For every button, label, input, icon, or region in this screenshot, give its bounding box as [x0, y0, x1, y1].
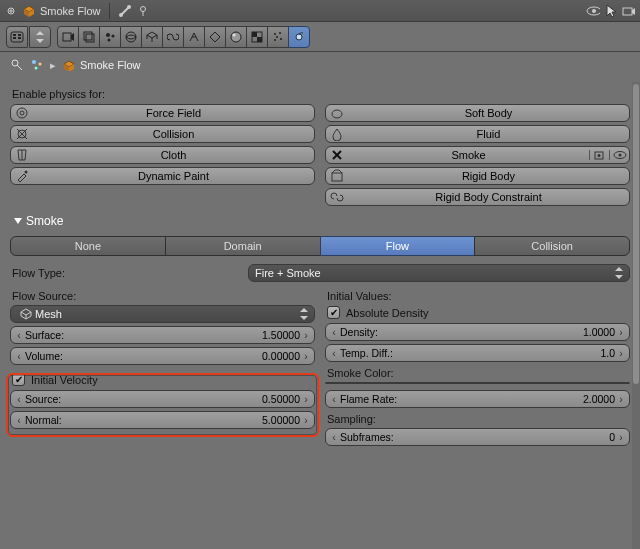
svg-point-38: [276, 36, 278, 38]
tab-flow[interactable]: Flow: [320, 236, 476, 256]
flame-rate-field[interactable]: ‹Flame Rate:2.0000›: [325, 390, 630, 408]
smoke-render-toggle-icon[interactable]: [589, 150, 609, 160]
temp-diff-field[interactable]: ‹Temp. Diff.:1.0›: [325, 344, 630, 362]
cloth-button[interactable]: Cloth: [10, 146, 315, 164]
window-title: Smoke Flow: [40, 5, 101, 17]
svg-point-46: [35, 67, 38, 70]
svg-point-54: [25, 171, 28, 174]
context-layers-icon[interactable]: [78, 26, 100, 48]
svg-point-21: [106, 33, 110, 37]
context-texture-icon[interactable]: [246, 26, 268, 48]
flow-type-dropdown[interactable]: Fire + Smoke: [248, 264, 630, 282]
cursor-icon[interactable]: [604, 4, 618, 18]
dynamic-paint-button[interactable]: Dynamic Paint: [10, 167, 315, 185]
smoke-panel-title: Smoke: [26, 214, 63, 228]
context-render-icon[interactable]: [57, 26, 79, 48]
dropdown-caret-icon: [300, 308, 308, 320]
initial-velocity-checkbox[interactable]: Initial Velocity: [10, 372, 315, 387]
force-field-button[interactable]: Force Field: [10, 104, 315, 122]
svg-marker-66: [21, 309, 31, 315]
separator: [109, 3, 110, 19]
svg-rect-13: [11, 32, 23, 42]
fluid-icon: [326, 127, 348, 141]
smoke-button[interactable]: Smoke: [325, 146, 630, 164]
context-data-icon[interactable]: [204, 26, 226, 48]
svg-rect-14: [13, 34, 16, 36]
eye-icon[interactable]: [586, 4, 600, 18]
smoke-type-tabs: None Domain Flow Collision: [10, 236, 630, 256]
svg-point-41: [296, 34, 302, 40]
tab-none[interactable]: None: [10, 236, 166, 256]
absolute-density-checkbox[interactable]: Absolute Density: [325, 305, 630, 320]
smoke-panel-header[interactable]: Smoke: [10, 206, 630, 232]
pin-small-icon[interactable]: [136, 4, 150, 18]
properties-toolbar: [0, 22, 640, 52]
density-field[interactable]: ‹Density:1.0000›: [325, 323, 630, 341]
context-material-icon[interactable]: [225, 26, 247, 48]
fluid-button[interactable]: Fluid: [325, 125, 630, 143]
pin-icon[interactable]: [10, 58, 24, 72]
context-physics-icon[interactable]: [288, 26, 310, 48]
collision-button[interactable]: Collision: [10, 125, 315, 143]
subframes-field[interactable]: ‹Subframes:0›: [325, 428, 630, 446]
rigid-body-constraint-button[interactable]: Rigid Body Constraint: [325, 188, 630, 206]
bone-icon[interactable]: [118, 4, 132, 18]
expand-icon[interactable]: [4, 4, 18, 18]
context-object-icon[interactable]: [141, 26, 163, 48]
svg-point-23: [108, 38, 111, 41]
context-world-icon[interactable]: [120, 26, 142, 48]
svg-rect-35: [257, 37, 262, 42]
svg-point-51: [17, 108, 27, 118]
volume-field[interactable]: ‹Volume:0.00000›: [10, 347, 315, 365]
object-icon: [62, 59, 74, 71]
window-titlebar: Smoke Flow: [0, 0, 640, 22]
initial-velocity-label: Initial Velocity: [31, 374, 98, 386]
context-scene-icon[interactable]: [99, 26, 121, 48]
source-field[interactable]: ‹Source:0.50000›: [10, 390, 315, 408]
context-particles-icon[interactable]: [267, 26, 289, 48]
physics-buttons-right: Soft Body Fluid Smoke Rigid Body Rigid B…: [325, 104, 630, 206]
context-constraints-icon[interactable]: [162, 26, 184, 48]
normal-field[interactable]: ‹Normal:5.00000›: [10, 411, 315, 429]
flow-settings-columns: Flow Source: Mesh ‹Surface:1.50000› ‹Vol…: [10, 290, 630, 446]
tab-domain[interactable]: Domain: [165, 236, 321, 256]
dropdown-caret-icon: [615, 267, 623, 279]
svg-rect-19: [84, 32, 92, 40]
breadcrumb: ▸ Smoke Flow: [0, 52, 640, 72]
svg-point-61: [618, 154, 621, 157]
cloth-icon: [11, 148, 33, 162]
svg-point-31: [231, 32, 241, 42]
svg-point-32: [233, 33, 236, 36]
properties-scroll: Enable physics for: Force Field Collisio…: [0, 82, 640, 549]
smoke-color-swatch[interactable]: [325, 382, 630, 384]
smoke-view-toggle-icon[interactable]: [609, 150, 629, 160]
surface-field[interactable]: ‹Surface:1.50000›: [10, 326, 315, 344]
initial-values-label: Initial Values:: [325, 290, 630, 302]
svg-point-22: [112, 34, 115, 37]
editor-type-dropdown-icon[interactable]: [29, 26, 51, 48]
flow-source-dropdown[interactable]: Mesh: [10, 305, 315, 323]
object-icon[interactable]: [22, 4, 36, 18]
svg-point-36: [274, 33, 276, 35]
context-modifiers-icon[interactable]: [183, 26, 205, 48]
breadcrumb-sep: ▸: [50, 59, 56, 72]
svg-line-70: [21, 316, 26, 319]
editor-type-icon[interactable]: [6, 26, 28, 48]
sampling-label: Sampling:: [325, 413, 630, 425]
svg-point-59: [597, 154, 600, 157]
svg-rect-34: [252, 32, 257, 37]
svg-rect-16: [18, 34, 21, 36]
checkbox-icon: [12, 373, 25, 386]
force-field-icon: [11, 106, 33, 120]
scene-link-icon[interactable]: [30, 58, 44, 72]
svg-marker-25: [147, 32, 157, 38]
physics-buttons: Force Field Collision Cloth Dynamic Pain…: [10, 104, 630, 206]
smoke-color-label: Smoke Color:: [325, 367, 630, 379]
rigid-body-button[interactable]: Rigid Body: [325, 167, 630, 185]
camera-small-icon[interactable]: [622, 4, 636, 18]
vertical-scrollbar[interactable]: [632, 82, 640, 549]
tab-collision[interactable]: Collision: [474, 236, 630, 256]
scrollbar-thumb[interactable]: [633, 84, 639, 384]
soft-body-button[interactable]: Soft Body: [325, 104, 630, 122]
remove-smoke-icon: [326, 149, 348, 161]
